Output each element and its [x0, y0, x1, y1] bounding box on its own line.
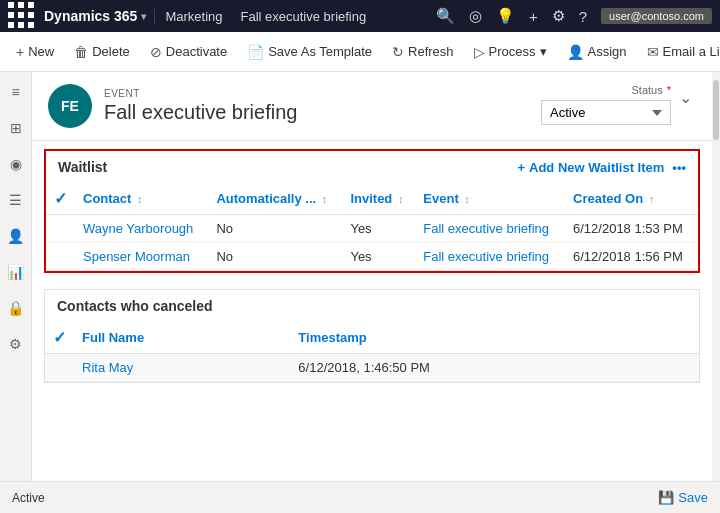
row2-invited: Yes — [342, 243, 415, 271]
waitlist-title: Waitlist — [58, 159, 107, 175]
row1-event: Fall executive briefing — [415, 215, 565, 243]
record-type: EVENT — [104, 88, 297, 99]
user-profile[interactable]: user@contoso.com — [601, 8, 712, 24]
waitlist-check-col: ✓ — [46, 183, 75, 215]
email-link-button[interactable]: ✉ Email a Link — [639, 40, 720, 64]
canceled-col-timestamp[interactable]: Timestamp — [290, 322, 699, 354]
new-button[interactable]: + New — [8, 40, 62, 64]
sidebar-menu-icon[interactable]: ≡ — [4, 80, 28, 104]
refresh-icon: ↻ — [392, 44, 404, 60]
canceled-section: Contacts who canceled ✓ Full Name Timest… — [44, 289, 700, 383]
new-icon: + — [16, 44, 24, 60]
table-row: Spenser Moorman No Yes Fall executive br… — [46, 243, 698, 271]
sidebar-config-icon[interactable]: ⚙ — [4, 332, 28, 356]
record-avatar: FE — [48, 84, 92, 128]
nav-section: Marketing — [154, 9, 232, 24]
process-icon: ▷ — [474, 44, 485, 60]
row2-check — [46, 243, 75, 271]
sidebar-recent-icon[interactable]: ◉ — [4, 152, 28, 176]
waitlist-header-actions: + Add New Waitlist Item ••• — [517, 160, 686, 175]
sort-auto-icon: ↕ — [322, 193, 328, 205]
sidebar-list-icon[interactable]: ☰ — [4, 188, 28, 212]
content-area: FE EVENT Fall executive briefing Status … — [32, 72, 712, 481]
record-status: Status * Active Inactive — [541, 84, 671, 125]
status-required-marker: * — [667, 84, 671, 96]
waitlist-col-contact[interactable]: Contact ↕ — [75, 183, 208, 215]
scrollbar-thumb[interactable] — [713, 80, 719, 140]
deactivate-button[interactable]: ⊘ Deactivate — [142, 40, 235, 64]
row1-check — [46, 215, 75, 243]
assign-icon: 👤 — [567, 44, 584, 60]
main-layout: ≡ ⊞ ◉ ☰ 👤 📊 🔒 ⚙ FE EVENT Fall executive … — [0, 72, 720, 481]
sort-invited-icon: ↕ — [398, 193, 404, 205]
sidebar: ≡ ⊞ ◉ ☰ 👤 📊 🔒 ⚙ — [0, 72, 32, 481]
record-info: EVENT Fall executive briefing — [104, 88, 297, 124]
row2-event: Fall executive briefing — [415, 243, 565, 271]
row1-invited: Yes — [342, 215, 415, 243]
app-title[interactable]: Dynamics 365 ▾ — [44, 8, 146, 24]
waitlist-table-header: ✓ Contact ↕ Automatically ... ↕ Invited — [46, 183, 698, 215]
save-as-template-button[interactable]: 📄 Save As Template — [239, 40, 380, 64]
help-icon[interactable]: ? — [579, 8, 587, 25]
save-icon: 💾 — [658, 490, 674, 505]
delete-button[interactable]: 🗑 Delete — [66, 40, 138, 64]
email-icon: ✉ — [647, 44, 659, 60]
table-row: Rita May 6/12/2018, 1:46:50 PM — [45, 354, 699, 382]
process-chevron: ▾ — [540, 44, 547, 59]
waitlist-col-invited[interactable]: Invited ↕ — [342, 183, 415, 215]
sidebar-home-icon[interactable]: ⊞ — [4, 116, 28, 140]
status-section: Status * Active Inactive ⌄ — [541, 84, 696, 125]
nav-icons: 🔍 ◎ 💡 + ⚙ ? user@contoso.com — [436, 7, 712, 25]
footer-save-button[interactable]: 💾 Save — [658, 490, 708, 505]
check-all-canceled-icon[interactable]: ✓ — [53, 329, 66, 346]
waitlist-col-created[interactable]: Created On ↑ — [565, 183, 698, 215]
status-select[interactable]: Active Inactive — [541, 100, 671, 125]
footer: Active 💾 Save — [0, 481, 720, 513]
canceled-col-fullname[interactable]: Full Name — [74, 322, 290, 354]
row2-auto: No — [208, 243, 342, 271]
sort-created-icon: ↑ — [649, 193, 655, 205]
sidebar-reports-icon[interactable]: 📊 — [4, 260, 28, 284]
canceled-row1-check — [45, 354, 74, 382]
add-icon: + — [517, 160, 525, 175]
canceled-table: ✓ Full Name Timestamp Rita May — [45, 322, 699, 382]
canceled-header: Contacts who canceled — [45, 290, 699, 322]
row1-contact: Wayne Yarborough — [75, 215, 208, 243]
canceled-row1-timestamp: 6/12/2018, 1:46:50 PM — [290, 354, 699, 382]
sidebar-security-icon[interactable]: 🔒 — [4, 296, 28, 320]
settings-icon[interactable]: ⚙ — [552, 7, 565, 25]
delete-icon: 🗑 — [74, 44, 88, 60]
canceled-table-header: ✓ Full Name Timestamp — [45, 322, 699, 354]
search-icon[interactable]: 🔍 — [436, 7, 455, 25]
waitlist-table-body: Wayne Yarborough No Yes Fall executive b… — [46, 215, 698, 271]
nav-record-title: Fall executive briefing — [240, 9, 427, 24]
process-button[interactable]: ▷ Process ▾ — [466, 40, 555, 64]
header-collapse-chevron[interactable]: ⌄ — [675, 84, 696, 111]
scrollbar[interactable] — [712, 72, 720, 481]
target-icon[interactable]: ◎ — [469, 7, 482, 25]
app-grid-icon[interactable] — [8, 2, 36, 30]
waitlist-section: Waitlist + Add New Waitlist Item ••• ✓ — [44, 149, 700, 273]
canceled-title: Contacts who canceled — [57, 298, 213, 314]
row1-created: 6/12/2018 1:53 PM — [565, 215, 698, 243]
lightbulb-icon[interactable]: 💡 — [496, 7, 515, 25]
row2-created: 6/12/2018 1:56 PM — [565, 243, 698, 271]
row1-auto: No — [208, 215, 342, 243]
top-navigation: Dynamics 365 ▾ Marketing Fall executive … — [0, 0, 720, 32]
waitlist-more-icon[interactable]: ••• — [672, 160, 686, 175]
sort-event-icon: ↕ — [464, 193, 470, 205]
waitlist-table: ✓ Contact ↕ Automatically ... ↕ Invited — [46, 183, 698, 271]
deactivate-icon: ⊘ — [150, 44, 162, 60]
check-all-icon[interactable]: ✓ — [54, 190, 67, 207]
add-icon[interactable]: + — [529, 8, 538, 25]
sidebar-contacts-icon[interactable]: 👤 — [4, 224, 28, 248]
add-waitlist-button[interactable]: + Add New Waitlist Item — [517, 160, 664, 175]
save-template-icon: 📄 — [247, 44, 264, 60]
refresh-button[interactable]: ↻ Refresh — [384, 40, 462, 64]
sort-contact-icon: ↕ — [137, 193, 143, 205]
waitlist-col-event[interactable]: Event ↕ — [415, 183, 565, 215]
waitlist-col-auto[interactable]: Automatically ... ↕ — [208, 183, 342, 215]
assign-button[interactable]: 👤 Assign — [559, 40, 635, 64]
command-bar: + New 🗑 Delete ⊘ Deactivate 📄 Save As Te… — [0, 32, 720, 72]
canceled-check-col: ✓ — [45, 322, 74, 354]
